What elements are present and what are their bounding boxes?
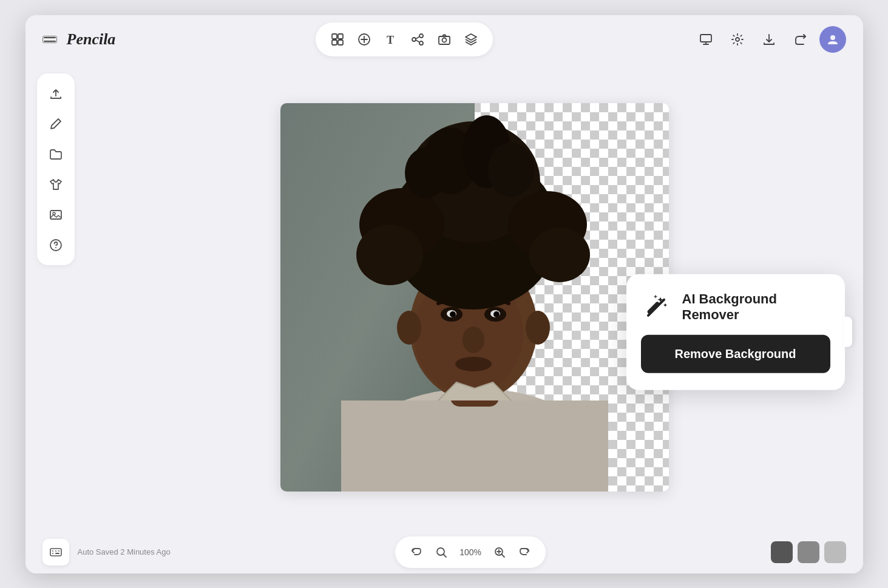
sidebar-panel — [37, 73, 75, 265]
add-element-button[interactable] — [352, 27, 376, 52]
ai-panel-title: AI Background Remover — [682, 291, 830, 322]
svg-rect-1 — [338, 34, 343, 39]
redo-button[interactable] — [514, 541, 536, 563]
app-window: Pencila — [25, 15, 863, 573]
camera-tool-button[interactable] — [432, 27, 456, 52]
canvas-wrapper — [280, 103, 669, 492]
svg-line-64 — [502, 554, 505, 557]
svg-point-48 — [405, 147, 447, 198]
keyboard-shortcuts-button[interactable] — [42, 539, 69, 566]
color-swatch-medium[interactable] — [798, 541, 819, 563]
sidebar-item-image[interactable] — [42, 201, 70, 229]
layout-tool-button[interactable] — [325, 27, 350, 52]
svg-rect-0 — [332, 34, 337, 39]
toolbar-center: T — [316, 22, 493, 56]
svg-point-44 — [529, 228, 590, 282]
main-area: AI Background Remover Remove Background — [25, 64, 863, 531]
svg-point-37 — [450, 311, 456, 317]
svg-rect-2 — [332, 40, 337, 45]
ai-magic-icon — [641, 291, 673, 322]
zoom-controls: 100% — [395, 536, 546, 568]
download-button[interactable] — [756, 27, 782, 52]
share-button[interactable] — [788, 27, 813, 52]
color-swatches — [771, 541, 846, 563]
zoom-level-display: 100% — [456, 547, 485, 557]
svg-point-14 — [442, 38, 446, 42]
svg-point-18 — [736, 38, 739, 41]
svg-rect-53 — [50, 549, 61, 556]
svg-line-60 — [444, 554, 447, 557]
zoom-in-button[interactable] — [489, 541, 510, 563]
layers-tool-button[interactable] — [459, 27, 483, 52]
svg-rect-3 — [338, 40, 343, 45]
bottombar: Auto Saved 2 Minutes Ago 100% — [25, 531, 863, 573]
menu-button[interactable] — [42, 36, 57, 43]
sidebar-item-upload[interactable] — [42, 79, 70, 107]
remove-background-button[interactable]: Remove Background — [641, 334, 830, 373]
svg-point-9 — [419, 34, 423, 38]
connect-tool-button[interactable] — [405, 27, 430, 52]
svg-rect-52 — [647, 301, 660, 314]
settings-button[interactable] — [725, 27, 750, 52]
svg-point-38 — [493, 311, 500, 317]
svg-point-42 — [356, 225, 423, 285]
svg-point-47 — [488, 143, 534, 197]
topbar: Pencila — [25, 15, 863, 64]
zoom-search-button[interactable] — [430, 541, 452, 563]
bottombar-left: Auto Saved 2 Minutes Ago — [42, 539, 171, 566]
svg-point-49 — [397, 311, 421, 345]
ai-panel-header: AI Background Remover — [641, 291, 830, 322]
present-button[interactable] — [693, 27, 719, 52]
svg-point-23 — [55, 247, 56, 248]
topbar-right — [693, 26, 846, 53]
sidebar-item-folder[interactable] — [42, 140, 70, 168]
canvas-image — [280, 103, 669, 492]
svg-point-32 — [455, 357, 492, 371]
autosave-status: Auto Saved 2 Minutes Ago — [78, 547, 171, 556]
svg-line-12 — [416, 40, 419, 42]
color-swatch-light[interactable] — [824, 541, 846, 563]
user-avatar-button[interactable] — [819, 26, 846, 53]
undo-button[interactable] — [405, 541, 427, 563]
svg-text:T: T — [387, 34, 394, 46]
svg-rect-20 — [50, 211, 61, 219]
sidebar-item-edit[interactable] — [42, 110, 70, 138]
topbar-left: Pencila — [42, 30, 116, 49]
svg-rect-27 — [341, 400, 608, 492]
canvas-area: AI Background Remover Remove Background — [86, 64, 863, 531]
svg-point-10 — [419, 41, 423, 45]
svg-point-31 — [463, 326, 484, 353]
svg-point-50 — [526, 311, 550, 345]
sidebar-item-help[interactable] — [42, 231, 70, 259]
left-sidebar — [25, 64, 86, 531]
svg-rect-15 — [700, 35, 711, 42]
color-swatch-dark[interactable] — [771, 541, 793, 563]
svg-line-11 — [416, 36, 419, 39]
panel-edge — [844, 317, 852, 347]
text-tool-button[interactable]: T — [379, 27, 403, 52]
sidebar-item-tshirt[interactable] — [42, 171, 70, 198]
svg-point-8 — [412, 38, 416, 41]
ai-background-remover-panel: AI Background Remover Remove Background — [626, 274, 845, 390]
svg-point-19 — [830, 35, 835, 40]
app-logo: Pencila — [67, 30, 116, 49]
